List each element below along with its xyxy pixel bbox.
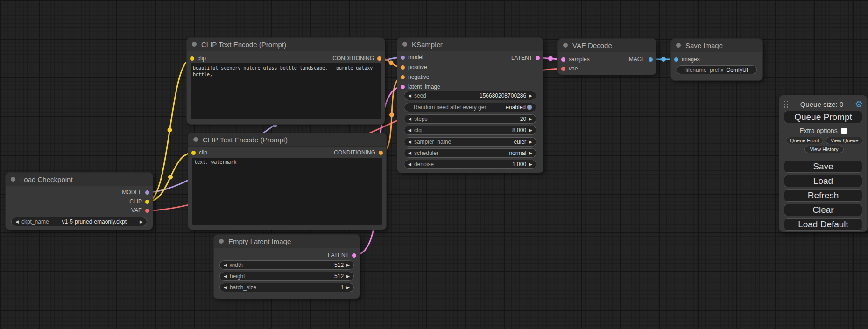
prompt-text-area[interactable]: beautiful scenery nature glass bottle la… (191, 63, 381, 119)
increment-arrow-icon[interactable]: ▶ (529, 162, 532, 167)
port-negative-input[interactable]: negative (401, 72, 429, 82)
port-model-input[interactable]: model (401, 53, 423, 62)
widget-ckpt-name[interactable]: ◀ ckpt_name v1-5-pruned-emaonly.ckpt ▶ (11, 217, 147, 226)
port-image-output[interactable]: IMAGE (627, 55, 653, 64)
load-default-button[interactable]: Load Default (784, 218, 862, 231)
node-empty-latent-image[interactable]: Empty Latent Image LATENT ◀ width 512 ▶ … (214, 235, 360, 299)
port-latent-image-input[interactable]: latent_image (401, 82, 440, 91)
decrement-arrow-icon[interactable]: ◀ (408, 93, 411, 98)
widget-filename-prefix[interactable]: filename_prefix ComfyUI (677, 65, 757, 74)
increment-arrow-icon[interactable]: ▶ (346, 274, 350, 279)
increment-arrow-icon[interactable]: ▶ (529, 151, 532, 155)
decrement-arrow-icon[interactable]: ◀ (408, 140, 411, 144)
decrement-arrow-icon[interactable]: ◀ (224, 263, 227, 267)
widget-height[interactable]: ◀ height 512 ▶ (219, 272, 354, 281)
view-history-button[interactable]: View History (804, 146, 844, 153)
node-save-image[interactable]: Save Image images filename_prefix ComfyU… (671, 39, 762, 80)
port-positive-input[interactable]: positive (401, 63, 427, 72)
collapse-dot-icon[interactable] (193, 137, 198, 142)
node-clip-text-encode-positive[interactable]: CLIP Text Encode (Prompt) clip CONDITION… (187, 38, 385, 124)
prompt-text-area[interactable]: text, watermark (192, 158, 382, 225)
increment-arrow-icon[interactable]: ▶ (140, 219, 143, 224)
increment-arrow-icon[interactable]: ▶ (346, 285, 350, 290)
widget-control-after-generate[interactable]: Random seed after every gen enabled (404, 103, 536, 112)
clear-button[interactable]: Clear (784, 204, 862, 216)
collapse-dot-icon[interactable] (676, 43, 681, 48)
decrement-arrow-icon[interactable]: ◀ (408, 128, 411, 133)
decrement-arrow-icon[interactable]: ◀ (408, 162, 411, 167)
node-title-bar[interactable]: VAE Decode (558, 39, 656, 52)
node-load-checkpoint[interactable]: Load Checkpoint MODEL CLIP VAE ◀ ckpt_na… (6, 173, 153, 230)
load-button[interactable]: Load (784, 175, 862, 187)
collapse-dot-icon[interactable] (563, 43, 568, 48)
settings-gear-icon[interactable]: ⚙ (855, 100, 863, 109)
clip-port-icon[interactable] (190, 56, 194, 61)
queue-front-button[interactable]: Queue Front (786, 137, 823, 144)
port-clip-output[interactable]: CLIP (129, 197, 149, 206)
conditioning-port-icon[interactable] (379, 151, 383, 155)
image-port-icon[interactable] (649, 57, 653, 62)
latent-port-icon[interactable] (352, 253, 356, 258)
latent-port-icon[interactable] (401, 85, 405, 89)
node-title-bar[interactable]: CLIP Text Encode (Prompt) (187, 38, 385, 51)
increment-arrow-icon[interactable]: ▶ (346, 263, 350, 267)
node-title-bar[interactable]: Empty Latent Image (214, 235, 360, 248)
node-graph-canvas[interactable]: Load Checkpoint MODEL CLIP VAE ◀ ckpt_na… (0, 0, 868, 329)
port-images-input[interactable]: images (674, 55, 700, 64)
widget-scheduler[interactable]: ◀ scheduler normal ▶ (404, 148, 536, 158)
decrement-arrow-icon[interactable]: ◀ (224, 285, 227, 290)
port-latent-output[interactable]: LATENT (511, 53, 540, 63)
increment-arrow-icon[interactable]: ▶ (529, 128, 532, 133)
refresh-button[interactable]: Refresh (784, 189, 862, 202)
port-conditioning-output[interactable]: CONDITIONING (334, 148, 383, 157)
decrement-arrow-icon[interactable]: ◀ (15, 219, 19, 224)
clip-port-icon[interactable] (191, 151, 196, 155)
view-queue-button[interactable]: View Queue (826, 137, 863, 144)
conditioning-port-icon[interactable] (401, 75, 405, 79)
save-button[interactable]: Save (784, 161, 862, 173)
vae-port-icon[interactable] (145, 209, 149, 213)
port-conditioning-output[interactable]: CONDITIONING (332, 54, 381, 63)
conditioning-port-icon[interactable] (377, 56, 381, 61)
decrement-arrow-icon[interactable]: ◀ (408, 151, 411, 155)
node-title-bar[interactable]: Save Image (671, 39, 762, 52)
decrement-arrow-icon[interactable]: ◀ (408, 117, 411, 121)
collapse-dot-icon[interactable] (402, 42, 407, 47)
widget-sampler-name[interactable]: ◀ sampler_name euler ▶ (404, 137, 536, 147)
increment-arrow-icon[interactable]: ▶ (529, 117, 532, 121)
increment-arrow-icon[interactable]: ▶ (529, 140, 532, 144)
widget-batch-size[interactable]: ◀ batch_size 1 ▶ (219, 283, 354, 292)
widget-seed[interactable]: ◀ seed 156680208700286 ▶ (404, 91, 536, 100)
port-vae-output[interactable]: VAE (131, 206, 149, 215)
widget-cfg[interactable]: ◀ cfg 8.000 ▶ (404, 126, 536, 135)
queue-prompt-button[interactable]: Queue Prompt (784, 111, 862, 123)
node-title-bar[interactable]: CLIP Text Encode (Prompt) (188, 133, 386, 147)
drag-handle-icon[interactable] (783, 100, 789, 108)
collapse-dot-icon[interactable] (11, 177, 15, 182)
widget-width[interactable]: ◀ width 512 ▶ (219, 260, 354, 270)
latent-port-icon[interactable] (536, 56, 540, 60)
port-vae-input[interactable]: vae (561, 64, 578, 73)
node-clip-text-encode-negative[interactable]: CLIP Text Encode (Prompt) clip CONDITION… (188, 133, 386, 230)
model-port-icon[interactable] (401, 56, 405, 60)
clip-port-icon[interactable] (145, 200, 149, 204)
extra-options-checkbox[interactable] (841, 128, 847, 134)
port-samples-input[interactable]: samples (561, 55, 590, 64)
vae-port-icon[interactable] (561, 67, 565, 71)
port-latent-output[interactable]: LATENT (328, 251, 356, 260)
toggle-enabled-icon[interactable] (527, 105, 532, 110)
node-title-bar[interactable]: Load Checkpoint (6, 173, 153, 186)
node-ksampler[interactable]: KSampler model positive negative latent_… (397, 38, 543, 173)
collapse-dot-icon[interactable] (192, 42, 197, 47)
node-vae-decode[interactable]: VAE Decode samples vae IMAGE (558, 39, 656, 75)
increment-arrow-icon[interactable]: ▶ (529, 93, 532, 98)
model-port-icon[interactable] (145, 190, 149, 195)
collapse-dot-icon[interactable] (219, 239, 224, 244)
image-port-icon[interactable] (674, 57, 678, 62)
port-model-output[interactable]: MODEL (122, 188, 149, 197)
port-clip-input[interactable]: clip (191, 148, 207, 157)
port-clip-input[interactable]: clip (190, 54, 206, 63)
decrement-arrow-icon[interactable]: ◀ (224, 274, 227, 279)
widget-steps[interactable]: ◀ steps 20 ▶ (404, 114, 536, 124)
conditioning-port-icon[interactable] (401, 65, 405, 70)
